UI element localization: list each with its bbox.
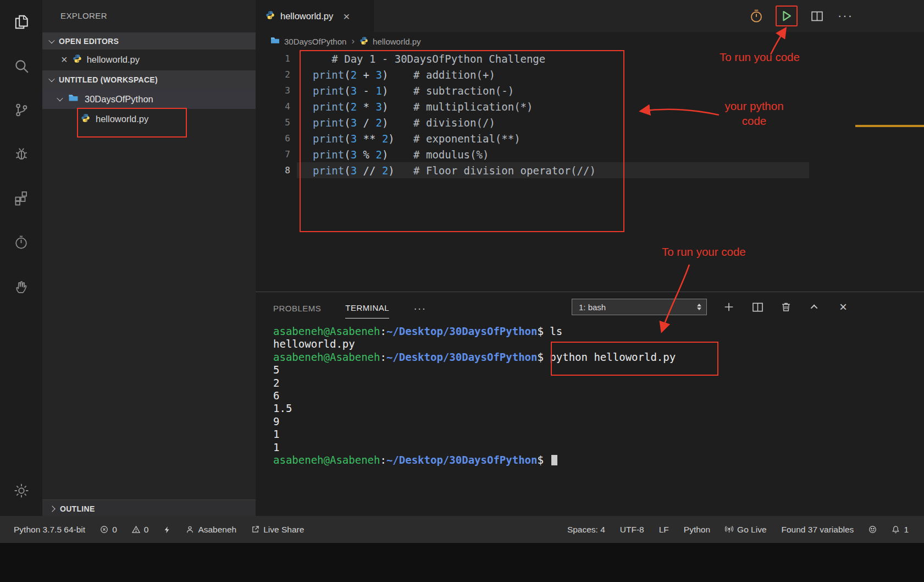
terminal-output-text: 1: [273, 441, 279, 453]
code-line-8[interactable]: 8print(3 // 2) # Floor division operator…: [256, 162, 924, 178]
status-errors-label: 0: [112, 525, 117, 535]
terminal[interactable]: asabeneh@Asabeneh:~/Desktop/30DaysOfPyth…: [273, 325, 913, 466]
open-editors-header[interactable]: OPEN EDITORS: [42, 32, 256, 50]
smiley-icon: [868, 525, 877, 534]
breadcrumb[interactable]: 30DaysOfPython › helloworld.py: [256, 32, 924, 51]
hand-extension-icon[interactable]: [0, 264, 42, 308]
vscode-window: EXPLORER OPEN EDITORS × helloworld.py UN…: [0, 0, 924, 582]
prompt-user: asabeneh@Asabeneh: [273, 454, 380, 466]
terminal-cursor: [551, 455, 557, 465]
status-go-live[interactable]: Go Live: [725, 525, 766, 535]
status-eol[interactable]: LF: [659, 525, 669, 535]
terminal-output-line: helloworld.py: [273, 338, 913, 350]
line-number: 1: [256, 53, 290, 64]
tab-close-icon[interactable]: ×: [343, 10, 350, 22]
settings-gear-icon[interactable]: [0, 474, 42, 507]
panel-controls: 1: bash ×: [572, 299, 850, 315]
line-number: 5: [256, 117, 290, 128]
error-icon: [100, 525, 108, 534]
terminal-output-line: 1: [273, 428, 913, 441]
status-warnings[interactable]: 0: [132, 525, 149, 535]
file-item-helloworld[interactable]: helloworld.py: [42, 109, 256, 129]
status-eol-label: LF: [659, 525, 669, 535]
activity-bar: [0, 0, 42, 516]
breadcrumb-folder[interactable]: 30DaysOfPython: [284, 37, 346, 46]
terminal-output-line: 9: [273, 415, 913, 428]
code-line-text: print(3 // 2) # Floor division operator(…: [313, 164, 596, 177]
python-file-icon: [73, 54, 82, 65]
terminal-output-text: helloworld.py: [273, 338, 355, 350]
terminal-output-line: 6: [273, 389, 913, 402]
status-account[interactable]: Asabeneh: [186, 525, 236, 535]
panel-more-icon[interactable]: ···: [413, 302, 426, 315]
status-go-live-label: Go Live: [737, 525, 766, 535]
source-control-icon[interactable]: [0, 88, 42, 132]
python-file-icon: [265, 10, 275, 22]
extensions-icon[interactable]: [0, 176, 42, 220]
chevron-down-icon: [48, 37, 54, 43]
status-live-share-label: Live Share: [263, 525, 304, 535]
status-language-mode[interactable]: Python: [684, 525, 710, 535]
select-arrows-icon: [697, 304, 701, 310]
timer-icon[interactable]: [747, 6, 766, 26]
code-line-1[interactable]: 1 # Day 1 - 30DaysOfPython Challenge: [256, 51, 924, 67]
maximize-panel-icon[interactable]: [808, 299, 821, 315]
terminal-output-text: 1: [273, 428, 279, 440]
status-python-version[interactable]: Python 3.7.5 64-bit: [14, 525, 85, 535]
status-errors[interactable]: 0: [100, 525, 117, 535]
outline-header[interactable]: OUTLINE: [42, 499, 256, 517]
explorer-icon[interactable]: [0, 0, 42, 44]
terminal-prompt-line: asabeneh@Asabeneh:~/Desktop/30DaysOfPyth…: [273, 351, 913, 364]
open-editors-label: OPEN EDITORS: [59, 37, 119, 46]
tab-helloworld[interactable]: helloworld.py ×: [256, 0, 374, 32]
tab-problems[interactable]: PROBLEMS: [273, 298, 321, 319]
search-icon[interactable]: [0, 44, 42, 88]
run-button[interactable]: [776, 6, 798, 26]
code-line-2[interactable]: 2print(2 + 3) # addition(+): [256, 67, 924, 83]
status-feedback-bolt[interactable]: [163, 526, 171, 534]
breadcrumb-file[interactable]: helloworld.py: [373, 37, 421, 46]
terminal-prompt-line: asabeneh@Asabeneh:~/Desktop/30DaysOfPyth…: [273, 325, 913, 338]
terminal-shell-select[interactable]: 1: bash: [572, 299, 707, 315]
bell-icon: [892, 525, 900, 534]
open-editor-item[interactable]: × helloworld.py: [42, 50, 256, 69]
chevron-down-icon: [48, 76, 54, 82]
status-language-mode-label: Python: [684, 525, 710, 535]
terminal-command: ls: [550, 325, 562, 337]
workspace-header[interactable]: UNTITLED (WORKSPACE): [42, 70, 256, 89]
code-line-text: print(3 - 1) # subtraction(-): [313, 85, 514, 97]
code-line-6[interactable]: 6print(3 ** 2) # exponential(**): [256, 130, 924, 146]
code-editor[interactable]: 1 # Day 1 - 30DaysOfPython Challenge2pri…: [256, 51, 924, 178]
line-number: 8: [256, 165, 290, 175]
close-editor-icon[interactable]: ×: [61, 54, 68, 65]
tab-terminal[interactable]: TERMINAL: [345, 298, 389, 319]
status-live-share[interactable]: Live Share: [251, 525, 304, 535]
kill-terminal-icon[interactable]: [779, 299, 793, 315]
status-variables-label: Found 37 variables: [782, 525, 854, 535]
code-line-7[interactable]: 7print(3 % 2) # modulus(%): [256, 146, 924, 162]
explorer-sidebar: EXPLORER OPEN EDITORS × helloworld.py UN…: [42, 0, 256, 516]
split-editor-icon[interactable]: [807, 6, 826, 26]
code-line-4[interactable]: 4print(2 * 3) # multiplication(*): [256, 98, 924, 114]
status-smiley[interactable]: [868, 525, 877, 534]
line-number: 3: [256, 85, 290, 96]
close-panel-icon[interactable]: ×: [837, 299, 850, 315]
line-number: 4: [256, 101, 290, 112]
more-actions-icon[interactable]: ···: [836, 6, 855, 26]
status-notifications[interactable]: 1: [892, 525, 909, 535]
outline-label: OUTLINE: [60, 504, 95, 513]
code-line-3[interactable]: 3print(3 - 1) # subtraction(-): [256, 83, 924, 98]
new-terminal-icon[interactable]: [722, 299, 735, 315]
overview-ruler-marker: [855, 125, 924, 127]
split-terminal-icon[interactable]: [751, 299, 764, 315]
run-debug-icon[interactable]: [0, 132, 42, 176]
code-line-5[interactable]: 5print(3 / 2) # division(/): [256, 114, 924, 130]
terminal-output-line: 1: [273, 441, 913, 454]
status-indentation[interactable]: Spaces: 4: [567, 525, 605, 535]
folder-item-30daysofpython[interactable]: 30DaysOfPython: [42, 89, 256, 109]
timer-extension-icon[interactable]: [0, 220, 42, 264]
status-bar-right: Spaces: 4UTF-8LFPythonGo LiveFound 37 va…: [567, 525, 909, 535]
status-encoding[interactable]: UTF-8: [620, 525, 644, 535]
status-variables[interactable]: Found 37 variables: [782, 525, 854, 535]
prompt-user: asabeneh@Asabeneh: [273, 351, 380, 363]
